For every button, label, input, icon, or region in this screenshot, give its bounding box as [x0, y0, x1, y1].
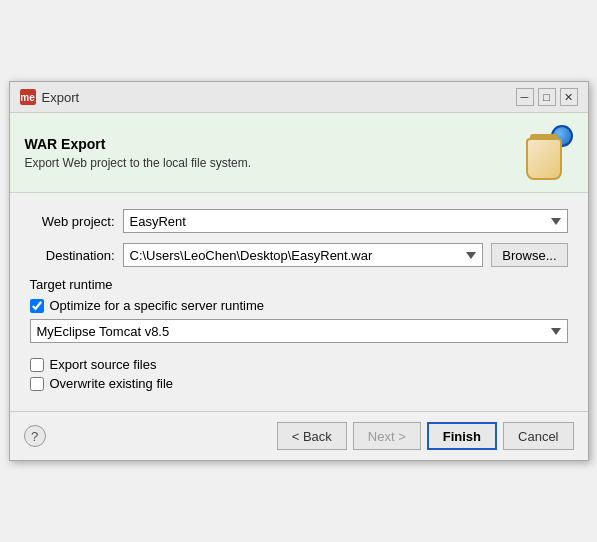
overwrite-checkbox[interactable]: [30, 377, 44, 391]
header-banner: WAR Export Export Web project to the loc…: [10, 113, 588, 193]
optimize-checkbox[interactable]: [30, 299, 44, 313]
destination-select[interactable]: C:\Users\LeoChen\Desktop\EasyRent.war: [123, 243, 484, 267]
help-button[interactable]: ?: [24, 425, 46, 447]
header-title: WAR Export: [25, 136, 252, 152]
destination-row: Destination: C:\Users\LeoChen\Desktop\Ea…: [30, 243, 568, 267]
export-source-checkbox[interactable]: [30, 358, 44, 372]
extra-options: Export source files Overwrite existing f…: [30, 357, 568, 391]
dialog-content: Web project: EasyRent Destination: C:\Us…: [10, 193, 588, 411]
title-bar: me Export ─ □ ✕: [10, 82, 588, 113]
runtime-select[interactable]: MyEclipse Tomcat v8.5: [30, 319, 568, 343]
overwrite-row: Overwrite existing file: [30, 376, 568, 391]
war-export-dialog: me Export ─ □ ✕ WAR Export Export Web pr…: [9, 81, 589, 461]
optimize-label[interactable]: Optimize for a specific server runtime: [50, 298, 265, 313]
target-runtime-label: Target runtime: [30, 277, 568, 292]
finish-button[interactable]: Finish: [427, 422, 497, 450]
export-source-label[interactable]: Export source files: [50, 357, 157, 372]
runtime-section: Target runtime Optimize for a specific s…: [30, 277, 568, 343]
overwrite-label[interactable]: Overwrite existing file: [50, 376, 174, 391]
footer-left: ?: [24, 425, 46, 447]
browse-button[interactable]: Browse...: [491, 243, 567, 267]
back-button[interactable]: < Back: [277, 422, 347, 450]
cancel-button[interactable]: Cancel: [503, 422, 573, 450]
app-icon: me: [20, 89, 36, 105]
web-project-row: Web project: EasyRent: [30, 209, 568, 233]
export-source-row: Export source files: [30, 357, 568, 372]
optimize-row: Optimize for a specific server runtime: [30, 298, 568, 313]
minimize-button[interactable]: ─: [516, 88, 534, 106]
web-project-select[interactable]: EasyRent: [123, 209, 568, 233]
header-subtitle: Export Web project to the local file sys…: [25, 156, 252, 170]
jar-body-icon: [526, 138, 562, 180]
runtime-dropdown-row: MyEclipse Tomcat v8.5: [30, 319, 568, 343]
web-project-label: Web project:: [30, 214, 115, 229]
title-controls: ─ □ ✕: [516, 88, 578, 106]
next-button[interactable]: Next >: [353, 422, 421, 450]
footer-buttons: < Back Next > Finish Cancel: [277, 422, 574, 450]
maximize-button[interactable]: □: [538, 88, 556, 106]
dialog-footer: ? < Back Next > Finish Cancel: [10, 411, 588, 460]
export-icon: [518, 125, 573, 180]
close-button[interactable]: ✕: [560, 88, 578, 106]
header-text: WAR Export Export Web project to the loc…: [25, 136, 252, 170]
destination-label: Destination:: [30, 248, 115, 263]
title-bar-left: me Export: [20, 89, 80, 105]
dialog-title: Export: [42, 90, 80, 105]
